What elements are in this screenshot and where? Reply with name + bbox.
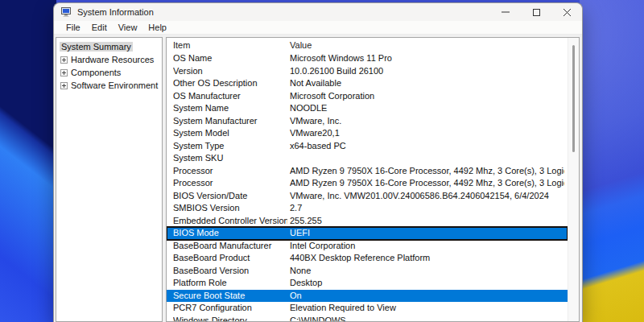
row-value: x64-based PC xyxy=(290,141,564,151)
row-item-label: BIOS Mode xyxy=(173,228,287,237)
table-row[interactable]: BIOS ModeUEFI xyxy=(167,227,568,240)
row-value: VMware20,1 xyxy=(290,128,564,138)
row-value: None xyxy=(290,266,564,275)
row-item-label: BaseBoard Version xyxy=(173,266,287,275)
column-header-item[interactable]: Item xyxy=(173,40,190,50)
table-row[interactable]: System SKU xyxy=(167,152,568,165)
row-value: Intel Corporation xyxy=(290,241,564,250)
scrollbar-thumb[interactable] xyxy=(572,45,575,152)
table-row[interactable]: OS ManufacturerMicrosoft Corporation xyxy=(167,90,568,103)
expand-plus-icon[interactable] xyxy=(60,69,68,76)
wallpaper-left-panel xyxy=(0,0,56,322)
row-item-label: PCR7 Configuration xyxy=(173,303,287,312)
table-row[interactable]: Secure Boot StateOn xyxy=(167,290,568,303)
row-item-label: Processor xyxy=(173,166,287,175)
row-item-label: BaseBoard Manufacturer xyxy=(173,241,287,250)
row-value: NOODLE xyxy=(290,103,564,113)
column-header-value[interactable]: Value xyxy=(290,40,312,50)
row-item-label: SMBIOS Version xyxy=(173,203,287,213)
close-button[interactable] xyxy=(551,3,582,21)
row-item-label: Other OS Description xyxy=(173,78,287,88)
sidebar-item-system-summary[interactable]: System Summary xyxy=(56,40,162,53)
table-row[interactable]: BIOS Version/DateVMware, Inc. VMW201.00V… xyxy=(167,190,568,203)
menu-bar: FileEditViewHelp xyxy=(54,21,582,35)
expand-plus-icon[interactable] xyxy=(60,82,68,89)
expand-plus-icon[interactable] xyxy=(60,56,68,64)
details-list: Item Value OS NameMicrosoft Windows 11 P… xyxy=(166,37,580,322)
table-row[interactable]: System ModelVMware20,1 xyxy=(167,127,568,140)
row-value: UEFI xyxy=(290,228,564,237)
row-value: Not Available xyxy=(290,78,564,88)
sidebar-item-hardware-resources[interactable]: Hardware Resources xyxy=(56,53,162,66)
row-item-label: System SKU xyxy=(173,153,287,163)
table-row[interactable]: BaseBoard ManufacturerIntel Corporation xyxy=(167,240,568,253)
row-value: Microsoft Windows 11 Pro xyxy=(290,53,564,63)
row-value: C:\WINDOWS xyxy=(290,316,564,322)
row-value: 10.0.26100 Build 26100 xyxy=(290,66,564,76)
sidebar-item-label: Software Environment xyxy=(71,80,158,90)
row-item-label: OS Manufacturer xyxy=(173,91,287,101)
system-information-window: System Information FileEditViewHelp Syst… xyxy=(53,2,583,322)
column-header-row: Item Value xyxy=(167,38,568,52)
table-row[interactable]: System ManufacturerVMware, Inc. xyxy=(167,115,568,128)
row-value: Desktop xyxy=(290,278,564,287)
row-item-label: Version xyxy=(173,66,287,76)
row-item-label: Platform Role xyxy=(173,278,287,287)
table-row[interactable]: Platform RoleDesktop xyxy=(167,277,568,290)
row-value: VMware, Inc. xyxy=(290,116,564,126)
table-row[interactable]: ProcessorAMD Ryzen 9 7950X 16-Core Proce… xyxy=(167,165,568,178)
row-value: On xyxy=(290,291,564,300)
row-value: Microsoft Corporation xyxy=(290,91,564,101)
window-content: System SummaryHardware ResourcesComponen… xyxy=(54,35,582,322)
sidebar-item-label: System Summary xyxy=(60,42,133,52)
row-value: 255.255 xyxy=(290,216,564,225)
table-row[interactable]: ProcessorAMD Ryzen 9 7950X 16-Core Proce… xyxy=(167,177,568,190)
table-row[interactable]: Version10.0.26100 Build 26100 xyxy=(167,65,568,78)
row-value: AMD Ryzen 9 7950X 16-Core Processor, 449… xyxy=(290,166,564,175)
row-value: AMD Ryzen 9 7950X 16-Core Processor, 449… xyxy=(290,178,564,188)
row-value: Elevation Required to View xyxy=(290,303,564,312)
table-row[interactable]: SMBIOS Version2.7 xyxy=(167,202,568,215)
row-item-label: Secure Boot State xyxy=(173,291,287,300)
maximize-button[interactable] xyxy=(521,3,551,21)
menu-item-help[interactable]: Help xyxy=(142,23,172,32)
table-row[interactable]: BaseBoard VersionNone xyxy=(167,265,568,278)
row-value: VMware, Inc. VMW201.00V.24006586.B64.240… xyxy=(290,191,564,200)
msinfo-app-icon xyxy=(61,7,72,17)
row-item-label: System Model xyxy=(173,128,287,138)
row-item-label: OS Name xyxy=(173,53,287,63)
table-row[interactable]: Embedded Controller Version255.255 xyxy=(167,215,568,228)
table-row[interactable]: PCR7 ConfigurationElevation Required to … xyxy=(167,302,568,315)
menu-item-file[interactable]: File xyxy=(60,23,86,32)
row-item-label: Embedded Controller Version xyxy=(173,216,287,225)
row-item-label: Windows Directory xyxy=(173,316,287,322)
row-item-label: System Name xyxy=(173,103,287,113)
table-row[interactable]: BaseBoard Product440BX Desktop Reference… xyxy=(167,252,568,265)
window-title: System Information xyxy=(77,7,154,17)
category-tree: System SummaryHardware ResourcesComponen… xyxy=(56,37,163,322)
row-item-label: System Type xyxy=(173,141,287,151)
sidebar-item-components[interactable]: Components xyxy=(56,66,162,79)
row-item-label: System Manufacturer xyxy=(173,116,287,126)
menu-item-edit[interactable]: Edit xyxy=(86,23,113,32)
row-value: 440BX Desktop Reference Platform xyxy=(290,253,564,262)
row-value: 2.7 xyxy=(290,203,564,213)
table-row[interactable]: System NameNOODLE xyxy=(167,102,568,115)
menu-item-view[interactable]: View xyxy=(113,23,143,32)
table-row[interactable]: System Typex64-based PC xyxy=(167,140,568,153)
desktop-wallpaper: System Information FileEditViewHelp Syst… xyxy=(0,0,644,322)
row-item-label: BIOS Version/Date xyxy=(173,191,287,200)
sidebar-item-software-environment[interactable]: Software Environment xyxy=(56,79,162,92)
table-row[interactable]: Windows DirectoryC:\WINDOWS xyxy=(167,315,568,322)
table-row[interactable]: OS NameMicrosoft Windows 11 Pro xyxy=(167,52,568,65)
title-bar[interactable]: System Information xyxy=(54,3,582,21)
sidebar-item-label: Components xyxy=(71,68,121,77)
sidebar-item-label: Hardware Resources xyxy=(71,55,154,64)
wallpaper-right-panel xyxy=(580,0,644,322)
table-row[interactable]: Other OS DescriptionNot Available xyxy=(167,77,568,90)
row-item-label: Processor xyxy=(173,178,287,188)
row-item-label: BaseBoard Product xyxy=(173,253,287,262)
minimize-button[interactable] xyxy=(490,3,521,21)
vertical-scrollbar[interactable] xyxy=(568,38,579,321)
